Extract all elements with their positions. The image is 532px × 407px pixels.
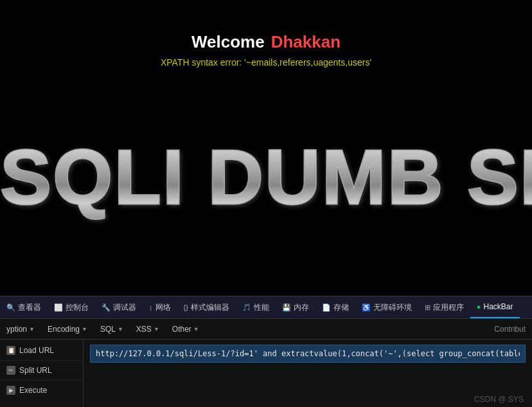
performance-label: 性能: [254, 302, 269, 313]
encoding-label: Encoding: [48, 325, 80, 334]
banner-text: SQLI DUMB SERIES: [0, 134, 532, 220]
load-url-button[interactable]: 📋 Load URL: [0, 341, 83, 361]
main-content: Welcome Dhakkan XPATH syntax error: '~em…: [0, 0, 532, 296]
other-label: Other: [172, 325, 191, 334]
contribute-link[interactable]: Contribut: [494, 325, 526, 334]
contribute-label: Contribut: [494, 325, 526, 334]
hackbar-icon: ●: [477, 303, 481, 311]
toolbar-storage[interactable]: 📄 存储: [315, 296, 355, 318]
toolbar-debugger[interactable]: 🔧 调试器: [95, 296, 143, 318]
accessibility-icon: ♿: [362, 303, 371, 312]
watermark-text: CSDN @.SYS.: [474, 395, 526, 404]
banner-container: SQLI DUMB SERIES: [0, 87, 532, 267]
watermark: CSDN @.SYS.: [474, 395, 526, 404]
url-input[interactable]: [90, 345, 526, 363]
performance-icon: 🎵: [242, 303, 251, 312]
inspector-label: 查看器: [18, 302, 41, 313]
xss-arrow: ▼: [154, 326, 159, 332]
menu-xss[interactable]: XSS ▼: [130, 319, 166, 339]
style-label: 样式编辑器: [191, 302, 229, 313]
bottom-area: 📋 Load URL ✂ Split URL ▶ Execute: [0, 339, 532, 407]
toolbar-accessibility[interactable]: ♿ 无障碍环境: [355, 296, 418, 318]
console-icon: ⬜: [54, 303, 63, 312]
encryption-arrow: ▼: [29, 326, 35, 332]
console-label: 控制台: [66, 302, 89, 313]
accessibility-label: 无障碍环境: [373, 302, 412, 313]
storage-icon: 📄: [322, 303, 331, 312]
load-url-label: Load URL: [19, 346, 54, 355]
browser-toolbar: 🔍 查看器 ⬜ 控制台 🔧 调试器 ↕ 网络 {} 样式编辑器 🎵 性能 💾 内…: [0, 296, 532, 319]
encoding-arrow: ▼: [82, 326, 87, 332]
other-arrow: ▼: [193, 326, 199, 332]
toolbar-console[interactable]: ⬜ 控制台: [48, 296, 95, 318]
toolbar-application[interactable]: ⊞ 应用程序: [418, 296, 470, 318]
execute-icon: ▶: [6, 386, 15, 395]
menu-bar: yption ▼ Encoding ▼ SQL ▼ XSS ▼ Other ▼ …: [0, 319, 532, 339]
memory-icon: 💾: [282, 303, 291, 312]
execute-button[interactable]: ▶ Execute: [0, 381, 83, 400]
toolbar-memory[interactable]: 💾 内存: [276, 296, 315, 318]
encryption-label: yption: [6, 325, 27, 334]
menu-encoding[interactable]: Encoding ▼: [41, 319, 94, 339]
xss-label: XSS: [136, 325, 152, 334]
toolbar-inspector[interactable]: 🔍 查看器: [0, 296, 48, 318]
split-url-icon: ✂: [6, 366, 15, 375]
debugger-label: 调试器: [113, 302, 136, 313]
sql-label: SQL: [100, 325, 116, 334]
execute-label: Execute: [19, 386, 47, 395]
inspector-icon: 🔍: [6, 303, 15, 312]
application-label: 应用程序: [433, 302, 464, 313]
sql-arrow: ▼: [118, 326, 123, 332]
welcome-line: Welcome Dhakkan: [191, 32, 341, 52]
toolbar-network[interactable]: ↕ 网络: [143, 296, 177, 318]
banner-wrapper: SQLI DUMB SERIES: [0, 132, 532, 221]
application-icon: ⊞: [425, 303, 430, 312]
memory-label: 内存: [294, 302, 309, 313]
split-url-label: Split URL: [19, 366, 52, 375]
split-url-button[interactable]: ✂ Split URL: [0, 361, 83, 381]
load-url-icon: 📋: [6, 346, 15, 355]
network-icon: ↕: [149, 303, 153, 311]
toolbar-style-editor[interactable]: {} 样式编辑器: [177, 296, 236, 318]
network-label: 网络: [155, 302, 171, 313]
debugger-icon: 🔧: [102, 303, 111, 312]
storage-label: 存储: [333, 302, 349, 313]
xpath-error: XPATH syntax error: '~emails,referers,ua…: [161, 57, 371, 68]
menu-sql[interactable]: SQL ▼: [94, 319, 130, 339]
menu-other[interactable]: Other ▼: [166, 319, 206, 339]
username-text: Dhakkan: [271, 32, 341, 52]
toolbar-performance[interactable]: 🎵 性能: [236, 296, 276, 318]
sidebar: 📋 Load URL ✂ Split URL ▶ Execute: [0, 339, 84, 407]
hackbar-label: HackBar: [484, 302, 513, 311]
url-area: [84, 339, 532, 407]
welcome-text: Welcome: [191, 32, 265, 52]
toolbar-hackbar[interactable]: ● HackBar: [470, 296, 520, 318]
menu-encryption[interactable]: yption ▼: [0, 319, 41, 339]
style-icon: {}: [184, 303, 188, 311]
